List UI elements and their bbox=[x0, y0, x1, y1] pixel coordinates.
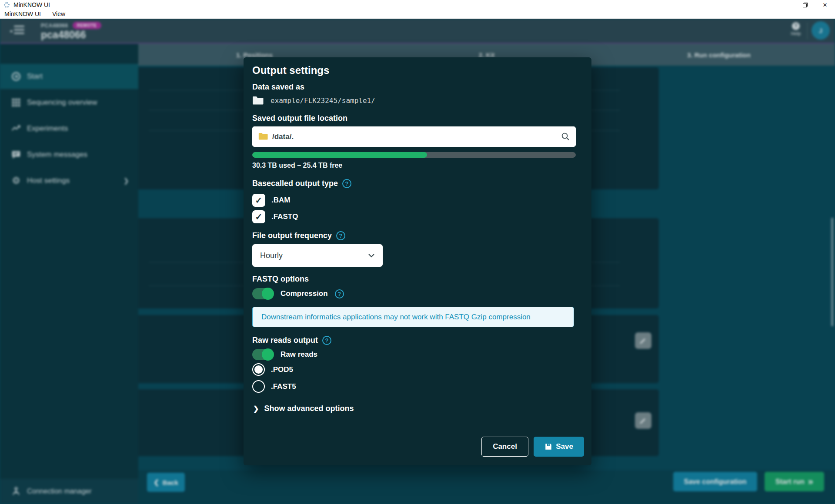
menu-item-minknow-ui[interactable]: MinKNOW UI bbox=[4, 10, 41, 17]
raw-reads-row: Raw reads bbox=[252, 349, 317, 360]
restore-icon bbox=[803, 3, 808, 7]
bam-option[interactable]: ✓ .BAM bbox=[252, 194, 290, 207]
chevron-down-icon bbox=[368, 253, 375, 258]
fastq-options-label: FASTQ options bbox=[252, 275, 309, 284]
help-icon[interactable]: ? bbox=[336, 231, 345, 240]
fastq-checkbox[interactable]: ✓ bbox=[252, 210, 265, 223]
frequency-select[interactable]: Hourly bbox=[252, 244, 383, 267]
output-location-input[interactable] bbox=[252, 126, 576, 147]
storage-summary: 30.3 TB used – 25.4 TB free bbox=[252, 162, 342, 169]
help-icon[interactable]: ? bbox=[335, 289, 344, 298]
modal-title: Output settings bbox=[252, 64, 329, 76]
folder-icon bbox=[252, 96, 264, 105]
fastq-option[interactable]: ✓ .FASTQ bbox=[252, 210, 298, 223]
output-settings-modal: Output settings Data saved as example/FL… bbox=[244, 57, 591, 465]
compression-row: Compression ? bbox=[252, 288, 344, 299]
raw-reads-toggle[interactable] bbox=[252, 349, 274, 360]
close-button[interactable]: ✕ bbox=[815, 0, 835, 10]
app-logo-icon bbox=[4, 2, 10, 8]
pod5-option[interactable]: .POD5 bbox=[252, 363, 293, 376]
data-saved-as-path: example/FLK23245/sample1/ bbox=[271, 96, 375, 105]
window-title: MinKNOW UI bbox=[13, 1, 50, 8]
show-advanced-options[interactable]: ❯ Show advanced options bbox=[253, 404, 354, 413]
restore-button[interactable] bbox=[795, 0, 815, 10]
search-icon[interactable] bbox=[561, 132, 571, 142]
minknow-window: MinKNOW UI ✕ MinKNOW UI View ◂ PCA48066 … bbox=[0, 0, 835, 504]
help-icon[interactable]: ? bbox=[342, 179, 351, 188]
pod5-radio[interactable] bbox=[252, 363, 265, 376]
minimize-button[interactable] bbox=[775, 0, 795, 10]
storage-progress-bar bbox=[252, 152, 576, 158]
menu-item-view[interactable]: View bbox=[52, 10, 65, 17]
yellow-folder-icon bbox=[258, 132, 268, 140]
fast5-option[interactable]: .FAST5 bbox=[252, 380, 296, 393]
data-saved-as-label: Data saved as bbox=[252, 83, 304, 92]
basecalled-output-label: Basecalled output type ? bbox=[252, 179, 351, 188]
save-disk-icon bbox=[544, 443, 552, 451]
raw-reads-output-label: Raw reads output ? bbox=[252, 336, 331, 345]
compression-toggle[interactable] bbox=[252, 288, 274, 299]
output-location-field bbox=[252, 126, 576, 147]
output-location-label: Saved output file location bbox=[252, 114, 347, 123]
bam-checkbox[interactable]: ✓ bbox=[252, 194, 265, 207]
os-titlebar: MinKNOW UI ✕ bbox=[0, 0, 835, 10]
chevron-right-icon: ❯ bbox=[253, 405, 259, 413]
fast5-radio[interactable] bbox=[252, 380, 265, 393]
data-saved-as-path-row: example/FLK23245/sample1/ bbox=[252, 96, 375, 105]
cancel-button[interactable]: Cancel bbox=[481, 437, 528, 457]
compression-warning: Downstream informatics applications may … bbox=[252, 307, 574, 327]
minimize-icon bbox=[783, 5, 788, 5]
menu-bar: MinKNOW UI View bbox=[0, 10, 835, 19]
file-output-frequency-label: File output frequency ? bbox=[252, 231, 345, 240]
storage-progress-fill bbox=[252, 152, 427, 158]
help-icon[interactable]: ? bbox=[322, 336, 331, 345]
save-button[interactable]: Save bbox=[534, 437, 584, 457]
